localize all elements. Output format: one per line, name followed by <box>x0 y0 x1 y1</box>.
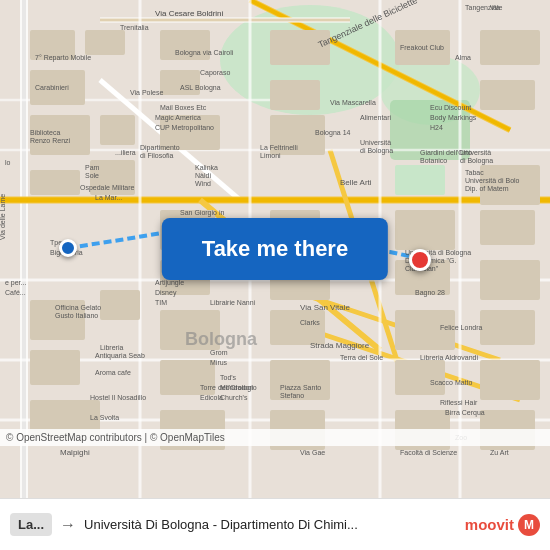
svg-text:San Giorgio in: San Giorgio in <box>180 209 224 217</box>
button-overlay: Take me there <box>162 218 388 280</box>
moovit-text: moovit <box>465 516 514 533</box>
svg-text:Piazza Santo: Piazza Santo <box>280 384 321 391</box>
svg-rect-54 <box>395 165 445 195</box>
svg-text:H24: H24 <box>430 124 443 131</box>
svg-text:di Filosofia: di Filosofia <box>140 152 174 159</box>
svg-text:Via Gae: Via Gae <box>300 449 325 456</box>
destination-pin <box>409 249 431 271</box>
svg-rect-31 <box>30 170 80 195</box>
svg-text:Hostel Il Nosadillo: Hostel Il Nosadillo <box>90 394 146 401</box>
svg-rect-63 <box>480 210 535 245</box>
svg-rect-38 <box>160 70 200 95</box>
svg-text:Belle Arti: Belle Arti <box>340 178 372 187</box>
svg-text:Felice   Londra: Felice Londra <box>440 324 483 331</box>
svg-text:7° Reparto Mobile: 7° Reparto Mobile <box>35 54 91 62</box>
svg-text:Tod's: Tod's <box>220 374 237 381</box>
svg-text:Via Mascarella: Via Mascarella <box>330 99 376 106</box>
svg-text:Università: Università <box>360 139 391 146</box>
svg-text:Tangenziale: Tangenziale <box>465 4 502 12</box>
svg-rect-28 <box>85 30 125 55</box>
svg-rect-30 <box>100 115 135 145</box>
svg-text:Librairie Nanni: Librairie Nanni <box>210 299 256 306</box>
svg-text:Alimentari: Alimentari <box>360 114 392 121</box>
svg-rect-61 <box>480 80 535 110</box>
svg-rect-66 <box>480 360 540 400</box>
svg-text:e per...: e per... <box>5 279 26 287</box>
svg-text:Bologna: Bologna <box>185 329 258 349</box>
svg-text:La Mar...: La Mar... <box>95 194 122 201</box>
svg-text:Tabac: Tabac <box>465 169 484 176</box>
svg-text:Carabinieri: Carabinieri <box>35 84 69 91</box>
app: Tangenziale delle Biciclette Via Cesare … <box>0 0 550 550</box>
bottom-bar: La... → Università Di Bologna - Dipartim… <box>0 498 550 550</box>
svg-text:Wind: Wind <box>195 180 211 187</box>
svg-text:Via San Vitale: Via San Vitale <box>300 303 351 312</box>
svg-text:Caporaso: Caporaso <box>200 69 230 77</box>
svg-text:Via Polese: Via Polese <box>130 89 163 96</box>
moovit-logo: moovit M <box>465 514 540 536</box>
svg-text:Mail Boxes Etc: Mail Boxes Etc <box>160 104 207 111</box>
svg-text:Via Cesare Boldrini: Via Cesare Boldrini <box>155 9 224 18</box>
svg-text:Clarks: Clarks <box>300 319 320 326</box>
svg-text:Università: Università <box>460 149 491 156</box>
svg-text:Botanico: Botanico <box>420 157 447 164</box>
copyright-bar: © OpenStreetMap contributors | © OpenMap… <box>0 429 550 446</box>
svg-text:Disney: Disney <box>155 289 177 297</box>
svg-text:Magic America: Magic America <box>155 114 201 122</box>
svg-text:Scacco Matto: Scacco Matto <box>430 379 473 386</box>
origin-badge: La... <box>10 513 52 536</box>
svg-text:Aroma cafe: Aroma cafe <box>95 369 131 376</box>
copyright-text: © OpenStreetMap contributors | © OpenMap… <box>6 432 225 443</box>
origin-label: La... <box>18 517 44 532</box>
svg-text:Church's: Church's <box>220 394 248 401</box>
svg-rect-55 <box>395 210 455 250</box>
arrow-icon: → <box>60 516 76 534</box>
svg-text:Renzo Renzi: Renzo Renzi <box>30 137 71 144</box>
destination-text: Università Di Bologna - Dipartimento Di … <box>84 517 457 532</box>
svg-rect-9 <box>22 0 26 498</box>
svg-text:di Bologna: di Bologna <box>460 157 493 165</box>
svg-rect-60 <box>480 30 540 65</box>
svg-text:Mirus: Mirus <box>210 359 228 366</box>
svg-text:Café...: Café... <box>5 289 26 296</box>
svg-text:Pam: Pam <box>85 164 100 171</box>
svg-text:Ospedale Militare: Ospedale Militare <box>80 184 135 192</box>
svg-rect-58 <box>395 360 445 395</box>
svg-text:Stefano: Stefano <box>280 392 304 399</box>
svg-rect-35 <box>100 290 140 320</box>
svg-text:Terra del Sole: Terra del Sole <box>340 354 383 361</box>
svg-text:Officina Gelato: Officina Gelato <box>55 304 101 311</box>
svg-rect-65 <box>480 310 535 345</box>
svg-text:Kalinka: Kalinka <box>195 164 218 171</box>
svg-text:Libreria Aldrovandi: Libreria Aldrovandi <box>420 354 478 361</box>
svg-text:Ecu Discount: Ecu Discount <box>430 104 471 111</box>
svg-text:Grom: Grom <box>210 349 228 356</box>
svg-text:Università di Bolo: Università di Bolo <box>465 177 520 184</box>
svg-text:Limoni: Limoni <box>260 152 281 159</box>
origin-pin <box>59 239 77 257</box>
svg-text:Facoltà di Scienze: Facoltà di Scienze <box>400 449 457 456</box>
svg-text:CUP Metropolitano: CUP Metropolitano <box>155 124 214 132</box>
svg-text:Birra Cerqua: Birra Cerqua <box>445 409 485 417</box>
take-me-there-button[interactable]: Take me there <box>162 218 388 280</box>
svg-text:Bologna 14: Bologna 14 <box>315 129 351 137</box>
svg-rect-46 <box>270 80 320 110</box>
map-container: Tangenziale delle Biciclette Via Cesare … <box>0 0 550 498</box>
svg-text:Alma: Alma <box>455 54 471 61</box>
svg-text:Mondadori: Mondadori <box>220 384 254 391</box>
svg-text:Malpighi: Malpighi <box>60 448 90 457</box>
svg-text:La Feltrinelli: La Feltrinelli <box>260 144 298 151</box>
svg-text:Dip. of Matem: Dip. of Matem <box>465 185 509 193</box>
svg-text:Trenitalia: Trenitalia <box>120 24 149 31</box>
svg-text:Dipartimento: Dipartimento <box>140 144 180 152</box>
svg-text:Body Markings: Body Markings <box>430 114 477 122</box>
svg-text:Bologna via Cairoli: Bologna via Cairoli <box>175 49 234 57</box>
svg-text:Libreria: Libreria <box>100 344 123 351</box>
svg-rect-50 <box>270 310 325 345</box>
svg-text:Antiquaria Seab: Antiquaria Seab <box>95 352 145 360</box>
svg-text:ASL Bologna: ASL Bologna <box>180 84 221 92</box>
svg-text:Artijungle: Artijungle <box>155 279 184 287</box>
svg-text:Strada Maggiore: Strada Maggiore <box>310 341 370 350</box>
svg-text:Bagno 28: Bagno 28 <box>415 289 445 297</box>
svg-text:lo: lo <box>5 159 11 166</box>
